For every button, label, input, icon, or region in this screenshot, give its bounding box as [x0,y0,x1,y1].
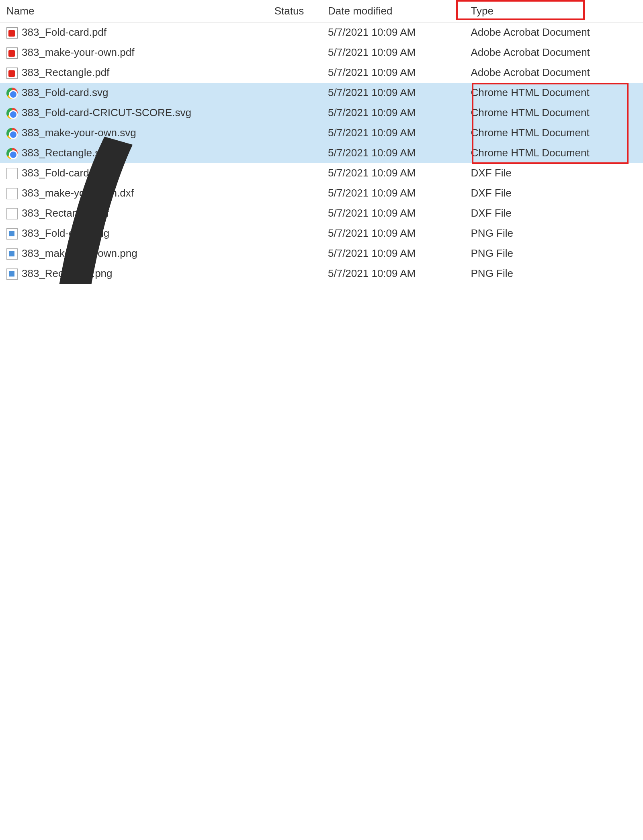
table-row[interactable]: 383_make-your-own.svg5/7/2021 10:09 AMCh… [0,123,643,143]
pdf-icon [6,47,18,59]
file-status [268,23,322,43]
file-type: DXF File [465,183,643,203]
pdf-icon [6,27,18,39]
pdf-icon [6,68,18,79]
file-type: Adobe Acrobat Document [465,43,643,63]
table-row[interactable]: 383_make-your-own.pdf5/7/2021 10:09 AMAd… [0,43,643,63]
file-status [268,183,322,203]
file-status [268,63,322,83]
column-header-type[interactable]: Type [465,0,643,23]
table-row[interactable]: 383_make-your-own.dxf5/7/2021 10:09 AMDX… [0,183,643,203]
column-header-date[interactable]: Date modified [322,0,465,23]
file-name: 383_Fold-card.png [22,227,109,239]
file-date: 5/7/2021 10:09 AM [322,43,465,63]
file-type: PNG File [465,223,643,244]
file-type: Chrome HTML Document [465,103,643,123]
file-status [268,264,322,284]
table-header-row: Name Status Date modified Type [0,0,643,23]
file-date: 5/7/2021 10:09 AM [322,244,465,264]
table-row[interactable]: 383_make-your-own.png5/7/2021 10:09 AMPN… [0,244,643,264]
file-date: 5/7/2021 10:09 AM [322,23,465,43]
file-status [268,43,322,63]
file-date: 5/7/2021 10:09 AM [322,63,465,83]
chrome-icon [6,148,18,159]
table-row[interactable]: 383_Fold-card-CRICUT-SCORE.svg5/7/2021 1… [0,103,643,123]
image-icon [6,248,18,260]
file-name: 383_Rectangle.svg [22,147,111,159]
image-icon [6,228,18,240]
chrome-icon [6,108,18,119]
file-date: 5/7/2021 10:09 AM [322,203,465,223]
chrome-icon [6,88,18,99]
file-status [268,83,322,103]
file-name: 383_Rectangle.pdf [22,66,109,78]
table-row[interactable]: 383_Rectangle.dxf5/7/2021 10:09 AMDXF Fi… [0,203,643,223]
column-header-name[interactable]: Name [0,0,268,23]
file-date: 5/7/2021 10:09 AM [322,163,465,183]
table-row[interactable]: 383_Fold-card.svg5/7/2021 10:09 AMChrome… [0,83,643,103]
file-name: 383_Fold-card.svg [22,86,108,98]
file-status [268,163,322,183]
file-name: 383_Fold-card.dxf [22,167,106,179]
file-status [268,103,322,123]
file-status [268,223,322,244]
table-row[interactable]: 383_Fold-card.dxf5/7/2021 10:09 AMDXF Fi… [0,163,643,183]
file-date: 5/7/2021 10:09 AM [322,264,465,284]
file-type: Chrome HTML Document [465,143,643,163]
file-type: Chrome HTML Document [465,83,643,103]
file-type: DXF File [465,163,643,183]
file-type: PNG File [465,264,643,284]
file-date: 5/7/2021 10:09 AM [322,123,465,143]
table-row[interactable]: 383_Rectangle.png5/7/2021 10:09 AMPNG Fi… [0,264,643,284]
file-status [268,143,322,163]
file-date: 5/7/2021 10:09 AM [322,103,465,123]
file-type: DXF File [465,203,643,223]
file-explorer-table-before: Name Status Date modified Type 383_Fold-… [0,0,643,284]
file-name: 383_Fold-card.pdf [22,26,106,38]
file-icon [6,188,18,199]
file-name: 383_Rectangle.png [22,267,113,279]
table-row[interactable]: 383_Rectangle.pdf5/7/2021 10:09 AMAdobe … [0,63,643,83]
file-name: 383_Fold-card-CRICUT-SCORE.svg [22,107,191,119]
file-name: 383_Rectangle.dxf [22,207,109,219]
file-type: Adobe Acrobat Document [465,63,643,83]
file-icon [6,208,18,219]
file-date: 5/7/2021 10:09 AM [322,83,465,103]
chrome-icon [6,128,18,139]
column-header-status[interactable]: Status [268,0,322,23]
file-icon [6,168,18,179]
file-name: 383_make-your-own.pdf [22,46,134,58]
file-name: 383_make-your-own.svg [22,127,136,139]
file-type: Chrome HTML Document [465,123,643,143]
file-name: 383_make-your-own.dxf [22,187,134,199]
table-row[interactable]: 383_Rectangle.svg5/7/2021 10:09 AMChrome… [0,143,643,163]
file-status [268,203,322,223]
file-type: Adobe Acrobat Document [465,23,643,43]
file-date: 5/7/2021 10:09 AM [322,183,465,203]
file-name: 383_make-your-own.png [22,247,137,259]
file-date: 5/7/2021 10:09 AM [322,143,465,163]
file-date: 5/7/2021 10:09 AM [322,223,465,244]
image-icon [6,268,18,280]
file-type: PNG File [465,244,643,264]
table-row[interactable]: 383_Fold-card.pdf5/7/2021 10:09 AMAdobe … [0,23,643,43]
file-status [268,123,322,143]
file-status [268,244,322,264]
table-row[interactable]: 383_Fold-card.png5/7/2021 10:09 AMPNG Fi… [0,223,643,244]
